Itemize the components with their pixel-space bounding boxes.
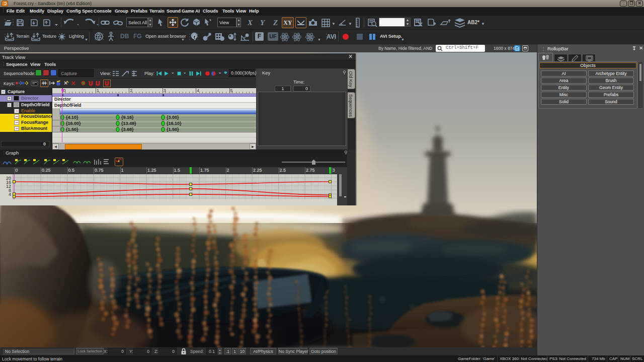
svg-text:{16.00}: {16.00} <box>66 121 81 126</box>
svg-text:{3.00}: {3.00} <box>167 115 179 120</box>
svg-text:{1.50}: {1.50} <box>167 127 179 132</box>
svg-text:{3.68}: {3.68} <box>121 127 134 132</box>
svg-text:{4.10}: {4.10} <box>66 115 78 120</box>
svg-text:{1.50}: {1.50} <box>66 127 78 132</box>
svg-text:{16.10}: {16.10} <box>167 121 182 126</box>
svg-text:{9.16}: {9.16} <box>121 115 134 120</box>
svg-text:{13.49}: {13.49} <box>121 121 136 126</box>
